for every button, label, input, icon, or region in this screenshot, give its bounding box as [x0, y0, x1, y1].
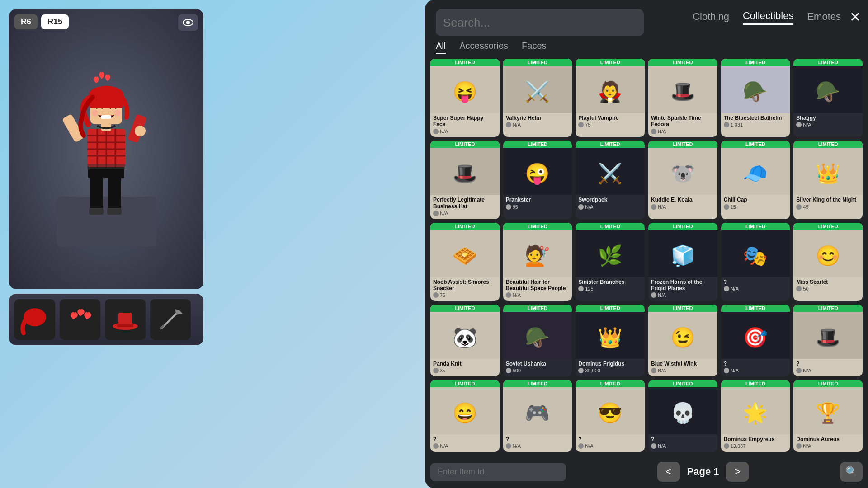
robux-icon	[724, 286, 729, 291]
item-card[interactable]: LIMITED 🪖 Shaggy N/A	[793, 59, 863, 137]
item-name: Silver King of the Night	[796, 197, 860, 203]
svg-point-19	[135, 126, 146, 136]
item-card[interactable]: LIMITED 🌿 Sinister Branches 125	[576, 223, 645, 301]
limited-badge: LIMITED	[576, 141, 645, 148]
item-card[interactable]: LIMITED 😉 Blue Wistful Wink N/A	[648, 305, 717, 376]
limited-badge: LIMITED	[648, 305, 717, 312]
r15-button[interactable]: R15	[41, 14, 69, 29]
item-card[interactable]: LIMITED 🪖 The Bluesteel Bathelm 1,031	[721, 59, 790, 137]
item-price: N/A	[651, 204, 715, 210]
item-price: 45	[796, 204, 860, 210]
item-name: ?	[651, 436, 715, 442]
item-price: 39,000	[578, 368, 642, 373]
item-name: ?	[724, 361, 788, 367]
robux-icon	[796, 368, 802, 373]
sub-tab-faces[interactable]: Faces	[522, 41, 546, 54]
item-card[interactable]: LIMITED 💀 ? N/A	[648, 380, 717, 452]
item-name: Sinister Branches	[578, 279, 642, 285]
robux-icon	[796, 122, 802, 127]
item-card[interactable]: LIMITED 👑 Dominus Frigidus 39,000	[576, 305, 645, 376]
item-price: 75	[433, 292, 497, 298]
item-price: N/A	[651, 443, 715, 449]
item-card[interactable]: LIMITED 🧇 Noob Assist: S'mores Snacker 7…	[430, 223, 500, 301]
item-card[interactable]: LIMITED 🎭 ? N/A	[721, 223, 790, 301]
item-card[interactable]: LIMITED 🎩 Perfectly Legitimate Business …	[430, 141, 500, 219]
item-card[interactable]: LIMITED 😝 Super Super Happy Face N/A	[430, 59, 500, 137]
item-name: Chill Cap	[724, 197, 788, 203]
item-card[interactable]: LIMITED 😄 ? N/A	[430, 380, 500, 452]
item-card[interactable]: LIMITED 🎩 White Sparkle Time Fedora N/A	[648, 59, 717, 137]
item-card[interactable]: LIMITED 🐨 Kuddle E. Koala N/A	[648, 141, 717, 219]
robux-icon	[578, 122, 584, 127]
item-name: Playful Vampire	[578, 115, 642, 121]
item-price: 500	[506, 368, 570, 373]
item-price: N/A	[506, 292, 570, 298]
robux-icon	[724, 204, 729, 210]
limited-badge: LIMITED	[648, 380, 717, 387]
item-card[interactable]: LIMITED 🌟 Dominus Empyreus 13,337	[721, 380, 790, 452]
item-card[interactable]: LIMITED 🏆 Dominus Aureus N/A	[793, 380, 863, 452]
limited-badge: LIMITED	[503, 305, 572, 312]
item-card[interactable]: LIMITED 🧛 Playful Vampire 75	[576, 59, 645, 137]
item-card[interactable]: LIMITED 🎩 ? N/A	[793, 305, 863, 376]
sub-tab-accessories[interactable]: Accessories	[459, 41, 508, 54]
outfit-item-weapon[interactable]	[150, 299, 191, 340]
item-card[interactable]: LIMITED 🎯 ? N/A	[721, 305, 790, 376]
robux-icon	[578, 443, 584, 449]
item-emoji: 🧊	[670, 244, 695, 267]
item-card[interactable]: LIMITED 🎮 ? N/A	[503, 380, 572, 452]
eye-button[interactable]	[178, 14, 198, 31]
robux-icon	[433, 368, 439, 373]
robux-icon	[796, 443, 802, 449]
outfit-item-hat[interactable]	[105, 299, 146, 340]
outfit-item-hearts[interactable]	[60, 299, 100, 340]
item-name: Perfectly Legitimate Business Hat	[433, 197, 497, 210]
item-price: N/A	[651, 368, 715, 373]
limited-badge: LIMITED	[721, 59, 790, 66]
hair-icon	[19, 304, 51, 335]
item-card[interactable]: LIMITED 👑 Silver King of the Night 45	[793, 141, 863, 219]
robux-icon	[506, 122, 511, 127]
item-name: ?	[724, 279, 788, 285]
item-emoji: 🧇	[453, 244, 477, 267]
item-emoji: 🌟	[743, 401, 768, 425]
sub-tab-all[interactable]: All	[436, 41, 446, 54]
tab-clothing[interactable]: Clothing	[693, 11, 729, 24]
item-id-input[interactable]	[430, 463, 566, 481]
item-card[interactable]: LIMITED ⚔️ Valkyrie Helm N/A	[503, 59, 572, 137]
item-card[interactable]: LIMITED 🧢 Chill Cap 15	[721, 141, 790, 219]
page-nav: < Page 1 >	[657, 462, 749, 482]
next-page-button[interactable]: >	[726, 462, 749, 482]
tab-collectibles[interactable]: Collectibles	[743, 10, 794, 25]
svg-rect-6	[107, 208, 122, 215]
item-card[interactable]: LIMITED ⚔️ Swordpack N/A	[576, 141, 645, 219]
item-emoji: ⚔️	[598, 162, 623, 185]
prev-page-button[interactable]: <	[657, 462, 680, 482]
zoom-button[interactable]: 🔍	[840, 462, 863, 482]
item-emoji: 🏆	[816, 401, 840, 425]
item-price: N/A	[651, 292, 715, 298]
item-card[interactable]: LIMITED 🐼 Panda Knit 35	[430, 305, 500, 376]
inventory-panel: Clothing Collectibles Emotes ✕ All Acces…	[425, 0, 868, 488]
item-emoji: 🎭	[743, 244, 768, 267]
item-card[interactable]: LIMITED 😜 Prankster 95	[503, 141, 572, 219]
tab-emotes[interactable]: Emotes	[807, 11, 841, 24]
search-input[interactable]	[443, 16, 637, 30]
close-button[interactable]: ✕	[849, 9, 861, 25]
item-card[interactable]: LIMITED 😊 Miss Scarlet 50	[793, 223, 863, 301]
item-card[interactable]: LIMITED 💇 Beautiful Hair for Beautiful S…	[503, 223, 572, 301]
item-card[interactable]: LIMITED 🧊 Frozen Horns of the Frigid Pla…	[648, 223, 717, 301]
item-name: Dominus Frigidus	[578, 361, 642, 367]
item-name: Frozen Horns of the Frigid Planes	[651, 279, 715, 292]
item-name: White Sparkle Time Fedora	[651, 115, 715, 128]
item-card[interactable]: LIMITED 🪖 Soviet Ushanka 500	[503, 305, 572, 376]
robux-icon	[578, 368, 584, 373]
item-name: Noob Assist: S'mores Snacker	[433, 279, 497, 292]
limited-badge: LIMITED	[430, 223, 500, 230]
page-label: Page 1	[687, 466, 719, 478]
item-card[interactable]: LIMITED 😎 ? N/A	[576, 380, 645, 452]
r6-button[interactable]: R6	[14, 14, 38, 29]
search-bar[interactable]	[436, 9, 644, 36]
outfit-item-hair[interactable]	[14, 299, 55, 340]
item-emoji: 😎	[598, 401, 623, 425]
